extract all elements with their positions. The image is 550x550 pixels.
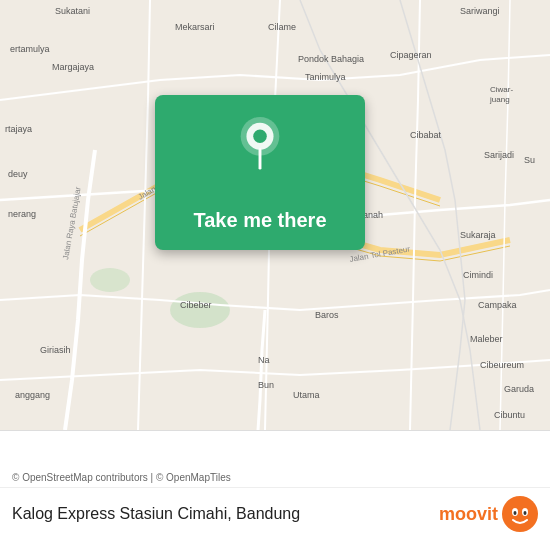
location-name: Kalog Express Stasiun Cimahi, Bandung	[12, 505, 300, 523]
map-container: Sukatani Sariwangi Mekarsari Cilame erta…	[0, 0, 550, 550]
svg-text:Su: Su	[524, 155, 535, 165]
svg-text:Baros: Baros	[315, 310, 339, 320]
svg-text:rtajaya: rtajaya	[5, 124, 32, 134]
map-attribution: © OpenStreetMap contributors | © OpenMap…	[0, 466, 550, 488]
svg-text:Sukaraja: Sukaraja	[460, 230, 496, 240]
svg-text:Cibeber: Cibeber	[180, 300, 212, 310]
svg-text:anggang: anggang	[15, 390, 50, 400]
moovit-text: moovit	[439, 504, 498, 525]
svg-text:Tanimulya: Tanimulya	[305, 72, 346, 82]
svg-text:Bun: Bun	[258, 380, 274, 390]
svg-text:Giriasih: Giriasih	[40, 345, 71, 355]
svg-text:Campaka: Campaka	[478, 300, 517, 310]
svg-point-43	[502, 496, 538, 532]
location-bar: Kalog Express Stasiun Cimahi, Bandung mo…	[0, 488, 550, 540]
svg-text:Sariwangi: Sariwangi	[460, 6, 500, 16]
svg-text:Mekarsari: Mekarsari	[175, 22, 215, 32]
svg-text:Cibuntu: Cibuntu	[494, 410, 525, 420]
svg-text:Margajaya: Margajaya	[52, 62, 94, 72]
take-me-there-card[interactable]: Take me there	[155, 95, 365, 250]
svg-text:Cibabat: Cibabat	[410, 130, 442, 140]
svg-text:Sarijadi: Sarijadi	[484, 150, 514, 160]
moovit-face-icon	[502, 496, 538, 532]
moovit-logo: moovit	[439, 496, 538, 532]
bottom-info-bar: © OpenStreetMap contributors | © OpenMap…	[0, 430, 550, 550]
take-me-there-label: Take me there	[193, 209, 326, 232]
svg-text:Cilame: Cilame	[268, 22, 296, 32]
svg-text:Sukatani: Sukatani	[55, 6, 90, 16]
svg-text:Cimindi: Cimindi	[463, 270, 493, 280]
svg-text:Pondok Bahagia: Pondok Bahagia	[298, 54, 364, 64]
svg-point-47	[524, 511, 527, 515]
svg-point-2	[170, 292, 230, 328]
svg-text:Utama: Utama	[293, 390, 320, 400]
svg-text:Ciwar-: Ciwar-	[490, 85, 513, 94]
svg-text:Cipageran: Cipageran	[390, 50, 432, 60]
svg-text:ertamulya: ertamulya	[10, 44, 50, 54]
svg-point-46	[514, 511, 517, 515]
svg-text:Cibeureum: Cibeureum	[480, 360, 524, 370]
svg-text:Na: Na	[258, 355, 270, 365]
location-pin-icon	[231, 115, 289, 173]
svg-text:deuy: deuy	[8, 169, 28, 179]
svg-point-42	[253, 130, 267, 144]
svg-text:Maleber: Maleber	[470, 334, 503, 344]
svg-point-3	[90, 268, 130, 292]
svg-text:Garuda: Garuda	[504, 384, 534, 394]
svg-text:juang: juang	[489, 95, 510, 104]
svg-text:nerang: nerang	[8, 209, 36, 219]
